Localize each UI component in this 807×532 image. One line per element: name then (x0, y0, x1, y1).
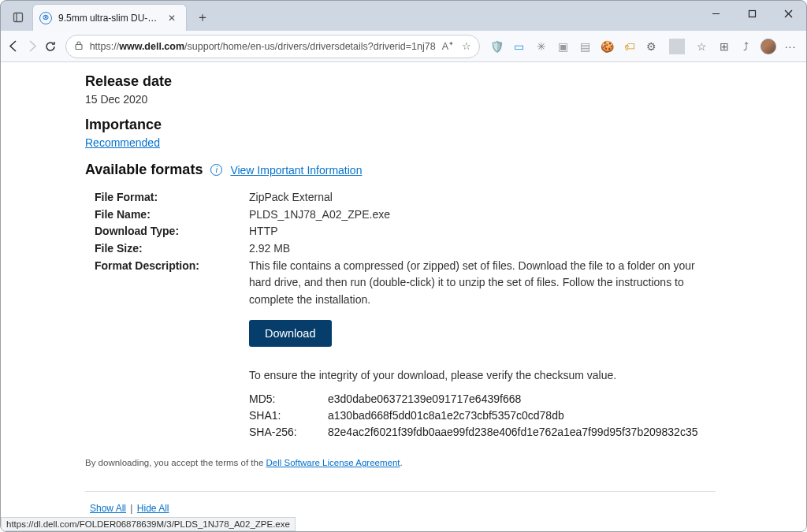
ext-icon-7[interactable]: 🏷 (622, 39, 638, 54)
minimize-button[interactable] (697, 1, 734, 26)
info-icon: i (210, 164, 222, 176)
profile-avatar[interactable] (761, 39, 776, 54)
sha256-value: 82e4ac2f6021f39fdb0aae99fd238e406fd1e762… (328, 424, 716, 441)
tab-strip: ⦿ 9.5mm ultra-slim DU-8A5LH FW ✕ ＋ (4, 4, 214, 31)
file-format-value: ZipPack External (249, 189, 716, 206)
license-prefix: By downloading, you accept the terms of … (85, 458, 266, 467)
dell-favicon: ⦿ (39, 12, 52, 24)
toggle-separator: | (128, 503, 136, 514)
hide-all-link[interactable]: Hide All (137, 503, 169, 514)
share-button[interactable]: ⤴ (738, 39, 754, 54)
format-details: File Format: ZipPack External File Name:… (95, 189, 716, 441)
show-hide-toggles: Show All | Hide All (88, 503, 716, 514)
page-content: Release date 15 Dec 2020 Importance Reco… (1, 73, 806, 531)
extension-icons: 🛡️ ▭ ✳ ▣ ▤ 🍪 🏷 ⚙ ☆ ⊞ ⤴ ··· (486, 39, 801, 54)
page-viewport[interactable]: Release date 15 Dec 2020 Importance Reco… (1, 62, 806, 531)
forward-button[interactable] (24, 34, 40, 59)
url-host: www.dell.com (119, 41, 184, 52)
ext-icon-8[interactable]: ⚙ (644, 39, 660, 54)
license-note: By downloading, you accept the terms of … (85, 458, 716, 467)
ext-icon-2[interactable]: ▭ (511, 39, 527, 54)
svg-rect-0 (14, 13, 23, 22)
importance-level-link[interactable]: Recommended (85, 136, 160, 149)
sha256-label: SHA-256: (249, 424, 328, 441)
browser-toolbar: https://www.dell.com/support/home/en-us/… (1, 31, 806, 62)
download-button[interactable]: Download (249, 320, 332, 347)
ext-icon-1[interactable]: 🛡️ (489, 39, 505, 54)
md5-value: e3d0dabe06372139e091717e6439f668 (328, 391, 716, 407)
important-info-link[interactable]: View Important Information (230, 164, 362, 177)
window-controls (697, 1, 806, 26)
url-scheme: https:// (90, 41, 120, 52)
sha1-label: SHA1: (249, 407, 328, 424)
url-text: https://www.dell.com/support/home/en-us/… (90, 41, 436, 52)
maximize-button[interactable] (734, 1, 770, 26)
section-divider (85, 491, 716, 492)
close-window-button[interactable] (770, 1, 806, 26)
ext-icon-6[interactable]: 🍪 (600, 39, 615, 54)
license-suffix: . (400, 458, 403, 467)
url-path: /support/home/en-us/drivers/driversdetai… (184, 41, 436, 52)
sha1-value: a130bad668f5dd01c8a1e2c73cbf5357c0cd78db (328, 407, 716, 424)
checksum-block: MD5: e3d0dabe06372139e091717e6439f668 SH… (249, 391, 716, 441)
menu-button[interactable]: ··· (783, 39, 798, 54)
file-name-label: File Name: (95, 206, 249, 224)
titlebar: ⦿ 9.5mm ultra-slim DU-8A5LH FW ✕ ＋ (1, 1, 806, 31)
back-button[interactable] (6, 34, 22, 59)
file-size-label: File Size: (95, 240, 249, 258)
refresh-button[interactable] (42, 34, 58, 59)
format-desc-label: Format Description: (95, 258, 249, 309)
md5-label: MD5: (249, 391, 328, 407)
tab-actions-icon[interactable] (7, 6, 29, 28)
reader-icon[interactable]: A✦ (442, 40, 454, 52)
lock-icon (74, 40, 84, 53)
ext-icon-3[interactable]: ✳ (534, 39, 549, 54)
ext-icon-5[interactable]: ▤ (578, 39, 593, 54)
integrity-text: To ensure the integrity of your download… (249, 369, 716, 381)
ext-icon-4[interactable]: ▣ (556, 39, 571, 54)
status-bar: https://dl.dell.com/FOLDER06878639M/3/PL… (1, 517, 296, 531)
favorite-icon[interactable]: ☆ (462, 40, 471, 52)
browser-tab[interactable]: ⦿ 9.5mm ultra-slim DU-8A5LH FW ✕ (32, 4, 187, 31)
release-date-value: 15 Dec 2020 (85, 93, 716, 106)
download-type-label: Download Type: (95, 223, 249, 240)
toolbar-separator (669, 39, 685, 54)
address-bar[interactable]: https://www.dell.com/support/home/en-us/… (65, 35, 480, 58)
format-desc-value: This file contains a compressed (or zipp… (249, 258, 716, 309)
download-type-value: HTTP (249, 223, 716, 240)
release-date-heading: Release date (85, 73, 716, 90)
file-name-value: PLDS_1NJ78_A02_ZPE.exe (249, 206, 716, 224)
importance-heading: Importance (85, 117, 716, 133)
tab-title: 9.5mm ultra-slim DU-8A5LH FW (58, 13, 161, 24)
show-all-link[interactable]: Show All (90, 503, 126, 514)
available-formats-heading: Available formats (85, 162, 203, 178)
svg-rect-6 (76, 44, 82, 49)
license-link[interactable]: Dell Software License Agreement (266, 458, 400, 467)
tab-close-icon[interactable]: ✕ (165, 13, 178, 24)
collections-button[interactable]: ⊞ (716, 39, 732, 54)
favorites-button[interactable]: ☆ (694, 39, 710, 54)
file-format-label: File Format: (95, 189, 249, 206)
svg-rect-3 (749, 10, 755, 17)
file-size-value: 2.92 MB (249, 240, 716, 258)
browser-window: ⦿ 9.5mm ultra-slim DU-8A5LH FW ✕ ＋ (0, 0, 807, 532)
new-tab-button[interactable]: ＋ (192, 6, 214, 28)
